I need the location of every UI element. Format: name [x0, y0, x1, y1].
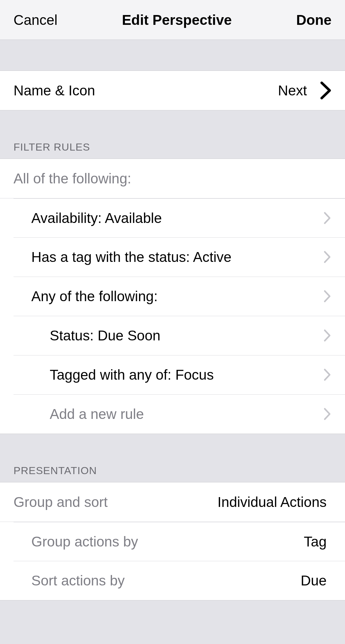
- done-button[interactable]: Done: [296, 12, 331, 28]
- chevron-right-icon: [323, 289, 331, 303]
- chevron-right-icon: [323, 328, 331, 343]
- filter-rule-any-group[interactable]: Any of the following:: [0, 277, 345, 316]
- name-icon-label: Name & Icon: [14, 82, 95, 99]
- presentation-group-sort[interactable]: Group and sort Individual Actions: [0, 482, 345, 522]
- name-icon-group: Name & Icon Next: [0, 71, 345, 110]
- presentation-label: Group actions by: [31, 533, 138, 550]
- section-gap: [0, 600, 345, 637]
- presentation-value: Individual Actions: [218, 494, 327, 510]
- chevron-right-icon: [323, 211, 331, 225]
- presentation-label: Group and sort: [14, 494, 108, 510]
- chevron-right-icon: [323, 407, 331, 421]
- filter-top-rule-label: All of the following:: [14, 170, 131, 187]
- page-title: Edit Perspective: [122, 12, 232, 28]
- presentation-group-by[interactable]: Group actions by Tag: [0, 522, 345, 561]
- filter-rule-availability[interactable]: Availability: Available: [0, 198, 345, 237]
- presentation-sort-by[interactable]: Sort actions by Due: [0, 561, 345, 600]
- section-gap: [0, 434, 345, 465]
- filter-rule-label: Availability: Available: [31, 210, 162, 226]
- name-icon-cell[interactable]: Name & Icon Next: [0, 71, 345, 110]
- presentation-value: Due: [301, 572, 327, 589]
- chevron-right-icon: [323, 368, 331, 382]
- presentation-group: Group and sort Individual Actions Group …: [0, 482, 345, 600]
- chevron-right-icon: [320, 82, 331, 99]
- filter-rule-add-new[interactable]: Add a new rule: [0, 394, 345, 434]
- filter-rules-group: All of the following: Availability: Avai…: [0, 159, 345, 434]
- presentation-value: Tag: [304, 533, 327, 550]
- presentation-header: PRESENTATION: [0, 465, 345, 482]
- filter-rule-label: Has a tag with the status: Active: [31, 249, 231, 265]
- filter-rule-tagged-focus[interactable]: Tagged with any of: Focus: [0, 355, 345, 394]
- section-gap: [0, 40, 345, 71]
- filter-rule-label: Add a new rule: [50, 406, 144, 422]
- filter-rule-label: Any of the following:: [31, 288, 158, 305]
- section-gap: [0, 110, 345, 141]
- filter-rule-tag-active[interactable]: Has a tag with the status: Active: [0, 237, 345, 277]
- name-icon-value: Next: [278, 82, 307, 99]
- filter-rule-due-soon[interactable]: Status: Due Soon: [0, 316, 345, 355]
- navbar: Cancel Edit Perspective Done: [0, 0, 345, 40]
- presentation-label: Sort actions by: [31, 572, 125, 589]
- filter-rule-label: Tagged with any of: Focus: [50, 366, 214, 383]
- filter-rules-header: FILTER RULES: [0, 141, 345, 159]
- filter-rule-label: Status: Due Soon: [50, 327, 161, 344]
- chevron-right-icon: [323, 250, 331, 264]
- filter-top-rule[interactable]: All of the following:: [0, 159, 345, 198]
- cancel-button[interactable]: Cancel: [14, 12, 57, 28]
